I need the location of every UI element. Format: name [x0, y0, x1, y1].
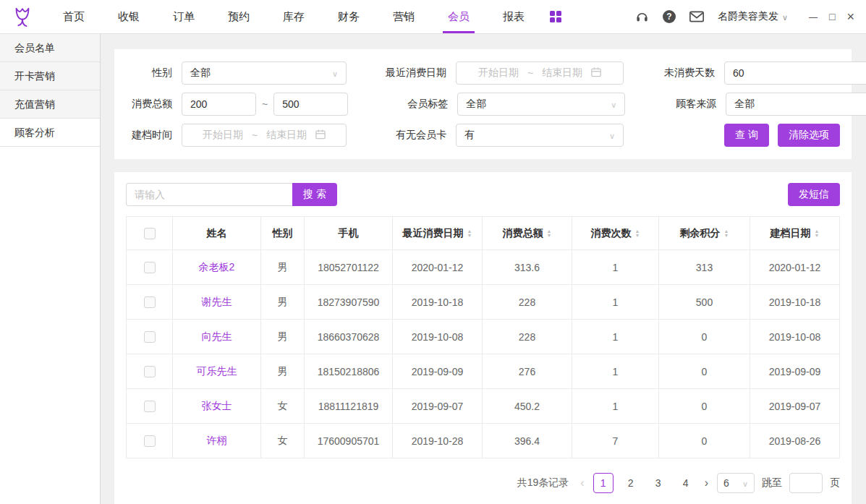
member-name-link[interactable]: 向先生: [173, 320, 261, 354]
page-button-2[interactable]: 2: [621, 473, 641, 493]
member-name-link[interactable]: 许栩: [173, 424, 261, 458]
sort-icon[interactable]: [547, 229, 552, 238]
select-all-checkbox[interactable]: [144, 228, 156, 239]
count-cell: 1: [572, 320, 659, 354]
page-button-3[interactable]: 3: [648, 473, 668, 493]
next-page-button[interactable]: [703, 477, 710, 490]
mail-icon[interactable]: [689, 11, 704, 22]
points-cell: 0: [659, 424, 750, 458]
gender-cell: 男: [261, 320, 305, 354]
page-button-4[interactable]: 4: [676, 473, 696, 493]
count-cell: 1: [572, 250, 659, 285]
member-name-link[interactable]: 余老板2: [173, 250, 261, 285]
member-tag-select[interactable]: 全部: [457, 93, 625, 116]
window-controls: [809, 10, 854, 23]
member-name-link[interactable]: 张女士: [173, 389, 261, 424]
search-button[interactable]: 搜 索: [292, 183, 337, 206]
range-tilde: ~: [262, 98, 268, 110]
last-date-cell: 2019-10-28: [393, 424, 483, 458]
nav-item-home[interactable]: 首页: [46, 0, 101, 33]
last-date-cell: 2019-10-18: [393, 285, 483, 320]
member-name-link[interactable]: 谢先生: [173, 285, 261, 320]
created-date-range[interactable]: 开始日期 ~ 结束日期: [182, 124, 347, 147]
nav-item-appointments[interactable]: 预约: [211, 0, 266, 33]
headset-icon[interactable]: [635, 10, 649, 24]
count-cell: 1: [572, 285, 659, 320]
phone-cell: 18660370628: [305, 320, 393, 354]
row-checkbox[interactable]: [144, 296, 156, 308]
sidebar-item-card-marketing[interactable]: 开卡营销: [0, 62, 100, 90]
row-checkbox[interactable]: [144, 262, 156, 273]
has-card-select[interactable]: 有: [456, 124, 624, 147]
no-consume-days-input[interactable]: [724, 61, 866, 85]
help-icon[interactable]: [663, 10, 676, 23]
nav-item-cashier[interactable]: 收银: [101, 0, 156, 33]
col-header-last-date[interactable]: 最近消费日期: [393, 217, 483, 250]
nav-item-finance[interactable]: 财务: [321, 0, 376, 33]
date-tilde: ~: [252, 129, 258, 141]
page-size-select[interactable]: 6: [717, 473, 755, 493]
customer-source-select[interactable]: 全部: [726, 93, 866, 116]
query-button[interactable]: 查 询: [724, 124, 769, 147]
col-header-count[interactable]: 消费次数: [572, 217, 659, 250]
chevron-down-icon: [782, 11, 788, 22]
col-header-total[interactable]: 消费总额: [483, 217, 572, 250]
sidebar-item-member-list[interactable]: 会员名单: [0, 34, 100, 62]
gender-select[interactable]: 全部: [182, 61, 347, 85]
last-date-cell: 2020-01-12: [393, 250, 483, 285]
send-sms-button[interactable]: 发短信: [788, 183, 840, 206]
chevron-down-icon: [332, 67, 338, 79]
prev-page-button[interactable]: [579, 477, 585, 490]
total-max-input[interactable]: [273, 93, 348, 116]
sidebar-item-customer-analysis[interactable]: 顾客分析: [0, 119, 100, 147]
points-cell: 0: [659, 320, 750, 354]
sort-icon[interactable]: [635, 229, 640, 238]
nav-item-inventory[interactable]: 库存: [266, 0, 321, 33]
has-card-value: 有: [464, 129, 475, 142]
pagination: 共19条记录 1 2 3 4 6 跳至 页: [126, 473, 840, 493]
member-tag-value: 全部: [466, 98, 486, 111]
apps-grid-icon[interactable]: [550, 11, 561, 22]
sort-icon[interactable]: [815, 229, 820, 238]
recent-date-range[interactable]: 开始日期 ~ 结束日期: [456, 61, 624, 85]
store-switcher[interactable]: 名爵美容美发: [718, 10, 788, 23]
maximize-button[interactable]: [829, 12, 835, 22]
gender-value: 全部: [190, 67, 211, 80]
member-name-link[interactable]: 可乐先生: [173, 354, 261, 389]
member-table-panel: 搜 索 发短信 姓名 性别 手机 最近消费日期 消费总额 消费次数 剩余积分: [114, 172, 852, 504]
chevron-down-icon: [609, 129, 615, 141]
no-consume-days-label: 未消费天数: [657, 67, 715, 80]
total-cell: 276: [483, 354, 572, 389]
close-button[interactable]: [846, 10, 854, 23]
row-checkbox[interactable]: [144, 401, 156, 412]
search-input[interactable]: [126, 183, 292, 206]
page-button-1[interactable]: 1: [593, 473, 614, 493]
col-header-points[interactable]: 剩余积分: [659, 217, 750, 250]
sidebar-item-recharge-marketing[interactable]: 充值营销: [0, 90, 100, 119]
app-logo-icon[interactable]: [12, 5, 33, 28]
nav-item-marketing[interactable]: 营销: [376, 0, 431, 33]
sort-icon[interactable]: [467, 229, 472, 238]
total-min-input[interactable]: [182, 93, 256, 116]
row-checkbox[interactable]: [144, 331, 156, 343]
col-header-created[interactable]: 建档日期: [750, 217, 840, 250]
row-checkbox[interactable]: [144, 366, 156, 377]
col-header-name: 姓名: [173, 217, 261, 250]
jump-label: 跳至: [762, 477, 782, 490]
phone-cell: 18150218806: [305, 354, 393, 389]
chevron-down-icon: [611, 98, 616, 110]
nav-item-orders[interactable]: 订单: [156, 0, 211, 33]
minimize-button[interactable]: [809, 12, 818, 22]
top-navbar: 首页 收银 订单 预约 库存 财务 营销 会员 报表 名爵美容美发: [0, 0, 866, 34]
gender-cell: 女: [261, 389, 305, 424]
end-date-placeholder: 结束日期: [542, 67, 582, 80]
table-row: 谢先生 男 18273907590 2019-10-18 228 1 500 2…: [127, 285, 840, 320]
row-checkbox[interactable]: [144, 435, 156, 447]
sort-icon[interactable]: [724, 229, 729, 238]
nav-item-members[interactable]: 会员: [431, 0, 486, 33]
total-consumption-label: 消费总额: [126, 98, 172, 111]
clear-options-button[interactable]: 清除选项: [778, 124, 840, 147]
jump-page-input[interactable]: [789, 473, 823, 493]
nav-item-reports[interactable]: 报表: [486, 0, 541, 33]
customer-source-label: 顾客来源: [658, 98, 716, 111]
